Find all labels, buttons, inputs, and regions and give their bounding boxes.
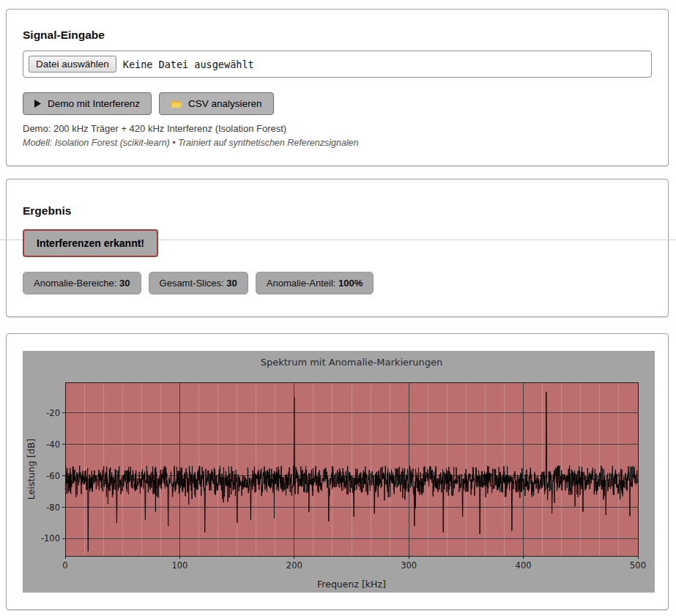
file-status-text: Keine Datei ausgewählt — [123, 59, 254, 70]
signal-input-title: Signal-Eingabe — [23, 29, 652, 42]
chart-title: Spektrum mit Anomalie-Markierungen — [261, 357, 443, 368]
stats-row: Anomalie-Bereiche: 30 Gesamt-Slices: 30 … — [23, 272, 652, 294]
svg-text:400: 400 — [516, 560, 532, 571]
x-axis-label: Frequenz [kHz] — [317, 579, 386, 590]
model-note: Modell: Isolation Forest (scikit-learn) … — [23, 138, 652, 148]
y-axis-label: Leistung [dB] — [26, 439, 37, 500]
csv-analyze-button[interactable]: CSV analysieren — [159, 92, 274, 115]
demo-button[interactable]: Demo mit Interferenz — [23, 92, 152, 115]
chart-card: 0100200300400500-20-40-60-80-100Spektrum… — [6, 333, 669, 610]
stat-anomaly-ranges: Anomalie-Bereiche: 30 — [23, 272, 141, 294]
action-buttons-row: Demo mit Interferenz CSV analysieren — [23, 92, 652, 115]
interference-alert: Interferenzen erkannt! — [23, 229, 158, 257]
svg-text:200: 200 — [286, 560, 302, 571]
signal-input-card: Signal-Eingabe Datei auswählen Keine Dat… — [6, 9, 669, 166]
svg-text:-100: -100 — [41, 533, 60, 543]
csv-button-label: CSV analysieren — [188, 98, 262, 109]
file-choose-button[interactable]: Datei auswählen — [29, 56, 116, 73]
demo-note: Demo: 200 kHz Träger + 420 kHz Interfere… — [23, 123, 652, 134]
stat-anomaly-share: Anomalie-Anteil: 100% — [256, 272, 374, 294]
svg-text:-60: -60 — [46, 471, 60, 481]
spectrum-figure: 0100200300400500-20-40-60-80-100Spektrum… — [23, 351, 655, 593]
svg-text:-80: -80 — [46, 502, 60, 513]
stat-value: 30 — [226, 278, 237, 289]
svg-text:500: 500 — [630, 560, 646, 571]
svg-text:100: 100 — [171, 560, 187, 571]
stat-value: 30 — [119, 278, 130, 289]
stat-label: Anomalie-Anteil: — [267, 278, 336, 289]
stat-label: Anomalie-Bereiche: — [34, 278, 116, 289]
play-icon — [34, 100, 42, 108]
svg-text:-20: -20 — [46, 408, 60, 418]
svg-text:300: 300 — [401, 560, 417, 571]
result-title: Ergebnis — [23, 204, 652, 218]
stat-value: 100% — [338, 278, 363, 289]
svg-text:-40: -40 — [46, 439, 60, 450]
stat-total-slices: Gesamt-Slices: 30 — [149, 272, 248, 294]
spectrum-chart: 0100200300400500-20-40-60-80-100Spektrum… — [23, 351, 655, 593]
svg-text:0: 0 — [62, 560, 67, 571]
result-card: Ergebnis Interferenzen erkannt! Anomalie… — [6, 179, 669, 317]
demo-button-label: Demo mit Interferenz — [48, 98, 140, 109]
folder-icon — [171, 99, 182, 108]
file-input[interactable]: Datei auswählen Keine Datei ausgewählt — [23, 51, 652, 78]
stat-label: Gesamt-Slices: — [160, 278, 224, 289]
